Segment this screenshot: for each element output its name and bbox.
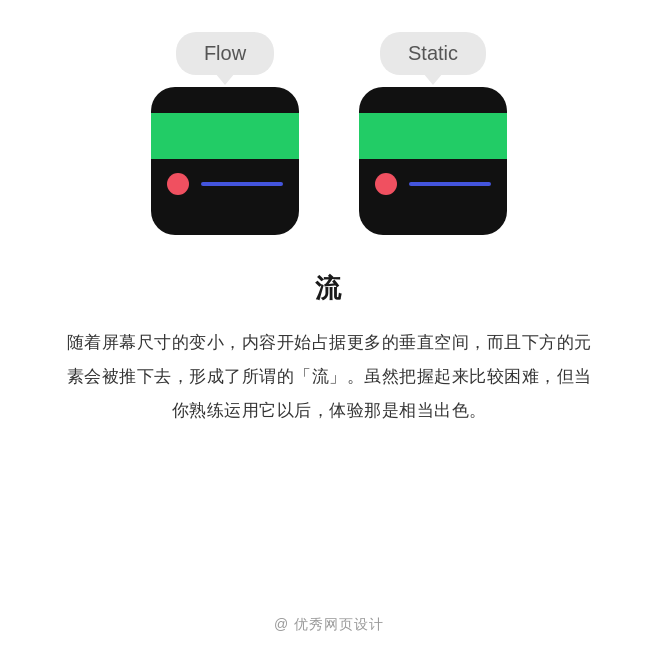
static-label: Static: [408, 42, 458, 64]
section-description: 随着屏幕尺寸的变小，内容开始占据更多的垂直空间，而且下方的元素会被推下去，形成了…: [60, 326, 598, 428]
flow-pink-dot: [167, 173, 189, 195]
footer-text: @ 优秀网页设计: [274, 616, 384, 634]
section-title: 流: [315, 271, 343, 306]
content-section: 流 随着屏幕尺寸的变小，内容开始占据更多的垂直空间，而且下方的元素会被推下去，形…: [0, 271, 658, 428]
static-bubble: Static: [380, 32, 486, 75]
flow-bottom-row: [151, 159, 299, 195]
static-diagram: Static: [359, 32, 507, 235]
static-blue-line: [409, 182, 491, 186]
top-diagrams-section: Flow Static: [151, 32, 507, 235]
flow-green-bar: [151, 113, 299, 159]
flow-phone-box: [151, 87, 299, 235]
flow-bubble: Flow: [176, 32, 274, 75]
flow-blue-line: [201, 182, 283, 186]
static-green-bar: [359, 113, 507, 159]
static-phone-box: [359, 87, 507, 235]
flow-diagram: Flow: [151, 32, 299, 235]
static-bottom-row: [359, 159, 507, 195]
flow-label: Flow: [204, 42, 246, 64]
static-pink-dot: [375, 173, 397, 195]
